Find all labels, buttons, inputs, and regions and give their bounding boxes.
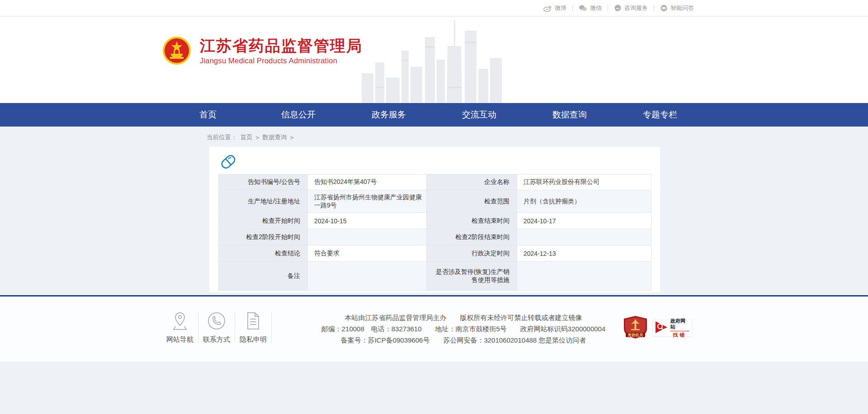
field-value-address: 江苏省扬州市扬州生物健康产业园健康一路9号 xyxy=(308,190,427,213)
field-label-company-name: 企业名称 xyxy=(427,174,517,190)
national-emblem-icon xyxy=(162,36,192,66)
table-row: 生产地址/注册地址 江苏省扬州市扬州生物健康产业园健康一路9号 检查范围 片剂（… xyxy=(219,190,651,213)
svg-text:党政机关: 党政机关 xyxy=(627,333,644,337)
wechat-label: 微信 xyxy=(590,4,602,12)
nav-item-gov-services[interactable]: 政务服务 xyxy=(366,103,411,127)
phone-icon xyxy=(207,311,226,331)
top-utility-bar: 微博 微信 咨询服务 智能问答 xyxy=(0,0,868,16)
footer-line-contact: 邮编：210008 电话：83273610 地址：南京市鼓楼街5号 政府网站标识… xyxy=(280,323,646,334)
breadcrumb: 当前位置： 首页 > 数据查询 > xyxy=(207,133,293,141)
field-value-start-date: 2024-10-15 xyxy=(308,213,427,229)
nav-item-info-disclosure[interactable]: 信息公开 xyxy=(276,103,321,127)
map-pin-icon xyxy=(171,311,189,331)
nav-item-home[interactable]: 首页 xyxy=(185,103,231,127)
consult-service-label: 咨询服务 xyxy=(624,4,648,12)
footer-link-contact[interactable]: 联系方式 xyxy=(198,311,235,344)
weibo-link[interactable]: 微博 xyxy=(538,4,572,12)
chat-bubble-icon xyxy=(614,5,622,12)
consult-service-link[interactable]: 咨询服务 xyxy=(608,4,654,12)
field-label-phase2-start: 检查2阶段开始时间 xyxy=(219,229,308,245)
smart-qa-label: 智能问答 xyxy=(670,4,694,12)
footer-link-label: 隐私申明 xyxy=(240,335,267,344)
field-label-remarks: 备注 xyxy=(219,262,308,291)
city-skyline-decoration xyxy=(362,19,502,103)
footer-link-label: 网站导航 xyxy=(166,335,193,344)
field-label-phase2-end: 检查2阶段结束时间 xyxy=(427,229,517,245)
site-logo[interactable]: 江苏省药品监督管理局 Jiangsu Medical Products Admi… xyxy=(162,36,363,66)
field-label-end-date: 检查结束时间 xyxy=(427,213,517,229)
gov-site-error-report-badge[interactable]: 政府网站 找错 xyxy=(652,320,692,337)
field-value-phase2-end xyxy=(517,229,651,245)
breadcrumb-separator: > xyxy=(290,134,293,141)
field-value-notice-number: 告知书2024年第407号 xyxy=(308,174,427,190)
field-label-conclusion: 检查结论 xyxy=(219,245,308,262)
footer-badges: 党政机关 政府网站 找错 xyxy=(623,315,692,341)
footer: 网站导航 联系方式 隐私申明 本站由江苏省药品监督管理局主办 版权所有未经许可禁… xyxy=(0,296,868,362)
badge-find-sub: 找错 xyxy=(673,332,687,338)
breadcrumb-home-link[interactable]: 首页 xyxy=(241,133,253,141)
field-value-company-name: 江苏联环药业股份有限公司 xyxy=(517,174,651,190)
site-title: 江苏省药品监督管理局 xyxy=(200,37,363,55)
document-icon xyxy=(245,311,262,331)
nav-item-data-query[interactable]: 数据查询 xyxy=(547,103,592,127)
smart-qa-link[interactable]: 智能问答 xyxy=(654,4,700,12)
field-label-suspension-measures: 是否涉及暂停(恢复)生产销售使用等措施 xyxy=(427,262,517,291)
breadcrumb-data-query-link[interactable]: 数据查询 xyxy=(262,133,287,141)
site-header: 江苏省药品监督管理局 Jiangsu Medical Products Admi… xyxy=(0,17,868,103)
magnifier-flag-icon xyxy=(655,320,668,336)
field-label-start-date: 检查开始时间 xyxy=(219,213,308,229)
field-value-decision-date: 2024-12-13 xyxy=(517,245,651,262)
footer-link-sitemap[interactable]: 网站导航 xyxy=(162,311,198,344)
table-row: 检查2阶段开始时间 检查2阶段结束时间 xyxy=(219,229,651,245)
footer-line-icp: 备案号：苏ICP备09039606号 苏公网安备：32010602010488 … xyxy=(280,334,646,346)
wechat-link[interactable]: 微信 xyxy=(573,4,608,12)
field-value-inspection-scope: 片剂（含抗肿瘤类） xyxy=(517,190,651,213)
field-label-address: 生产地址/注册地址 xyxy=(219,190,308,213)
footer-quick-links: 网站导航 联系方式 隐私申明 xyxy=(162,311,272,344)
footer-link-privacy[interactable]: 隐私申明 xyxy=(235,311,271,344)
breadcrumb-prefix: 当前位置： xyxy=(207,133,237,141)
divider xyxy=(271,312,272,343)
field-value-end-date: 2024-10-17 xyxy=(517,213,651,229)
party-gov-shield-badge[interactable]: 党政机关 xyxy=(623,315,648,341)
table-row: 检查开始时间 2024-10-15 检查结束时间 2024-10-17 xyxy=(219,213,651,229)
field-value-conclusion: 符合要求 xyxy=(308,245,427,262)
footer-info-text: 本站由江苏省药品监督管理局主办 版权所有未经许可禁止转载或者建立镜像 邮编：21… xyxy=(280,312,646,346)
site-subtitle: Jiangsu Medical Products Administration xyxy=(200,56,363,65)
field-value-phase2-start xyxy=(308,229,427,245)
footer-link-label: 联系方式 xyxy=(203,335,230,344)
field-label-decision-date: 行政决定时间 xyxy=(427,245,517,262)
field-value-suspension-measures xyxy=(517,262,651,291)
weibo-icon xyxy=(543,5,552,12)
footer-line-host: 本站由江苏省药品监督管理局主办 版权所有未经许可禁止转载或者建立镜像 xyxy=(280,312,646,323)
nav-item-special-topics[interactable]: 专题专栏 xyxy=(637,103,683,127)
weibo-label: 微博 xyxy=(555,4,566,12)
field-value-remarks xyxy=(308,262,427,291)
breadcrumb-separator: > xyxy=(256,134,259,141)
table-row: 备注 是否涉及暂停(恢复)生产销售使用等措施 xyxy=(219,262,651,291)
badge-find-title: 政府网站 xyxy=(670,318,689,331)
nav-item-interaction[interactable]: 交流互动 xyxy=(457,103,502,127)
table-row: 检查结论 符合要求 行政决定时间 2024-12-13 xyxy=(219,245,651,262)
main-nav: 首页 信息公开 政务服务 交流互动 数据查询 专题专栏 xyxy=(0,103,868,127)
table-row: 告知书编号/公告号 告知书2024年第407号 企业名称 江苏联环药业股份有限公… xyxy=(219,174,651,190)
field-label-notice-number: 告知书编号/公告号 xyxy=(219,174,308,190)
field-label-inspection-scope: 检查范围 xyxy=(427,190,517,213)
robot-icon xyxy=(660,5,668,12)
inspection-detail-card: 告知书编号/公告号 告知书2024年第407号 企业名称 江苏联环药业股份有限公… xyxy=(209,147,660,292)
wechat-icon xyxy=(579,5,587,12)
inspection-detail-table: 告知书编号/公告号 告知书2024年第407号 企业名称 江苏联环药业股份有限公… xyxy=(218,174,651,291)
pill-icon xyxy=(220,153,236,170)
